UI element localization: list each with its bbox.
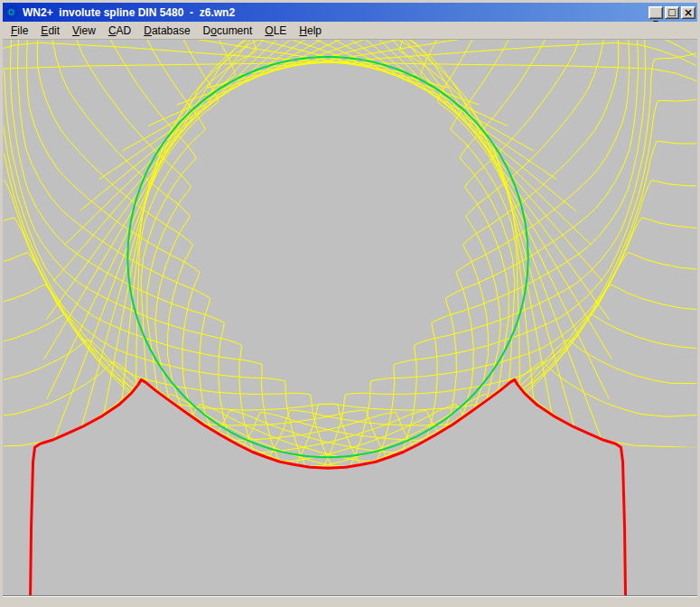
label-accel: O <box>265 24 273 37</box>
menu-item-document[interactable]: Document <box>197 23 259 38</box>
minimize-icon: _ <box>654 14 658 18</box>
label-pre: D <box>203 24 211 37</box>
label-accel: o <box>210 24 217 37</box>
menu-item-database[interactable]: Database <box>137 23 196 38</box>
label-post: iew <box>79 24 96 37</box>
label-accel: C <box>108 24 117 37</box>
label-post: AD <box>117 24 132 37</box>
window-title: WN2+ involute spline DIN 5480 - z6.wn2 <box>23 6 646 19</box>
menu-item-ole[interactable]: OLE <box>258 23 293 38</box>
starburst-icon-center <box>9 10 13 14</box>
tooth-profile <box>31 379 626 595</box>
maximize-icon: □ <box>667 8 676 17</box>
tool-generation-lines <box>3 40 697 595</box>
menu-item-cad[interactable]: CAD <box>102 23 137 38</box>
menu-item-file[interactable]: File <box>5 23 34 38</box>
status-bar <box>3 595 697 607</box>
minimize-button[interactable]: _ <box>649 6 663 19</box>
app-icon <box>5 5 18 19</box>
menu-item-help[interactable]: Help <box>293 23 328 38</box>
label-post: atabase <box>152 24 191 37</box>
label-post: cument <box>217 24 252 37</box>
menu-item-edit[interactable]: Edit <box>34 23 66 38</box>
close-icon: × <box>684 8 693 17</box>
label-accel: V <box>72 24 79 37</box>
window-controls: _ □ × <box>649 6 695 19</box>
label-post: dit <box>48 24 60 37</box>
label-accel: H <box>299 24 307 37</box>
cad-viewport[interactable] <box>3 40 697 595</box>
app-window: WN2+ involute spline DIN 5480 - z6.wn2 _… <box>0 0 700 607</box>
label-post: elp <box>307 24 322 37</box>
menu-bar: File Edit View CAD Database Document OLE… <box>3 22 697 40</box>
close-button[interactable]: × <box>681 6 695 19</box>
label-post: ile <box>17 24 28 37</box>
label-post: LE <box>274 24 287 37</box>
title-bar[interactable]: WN2+ involute spline DIN 5480 - z6.wn2 _… <box>3 3 697 22</box>
maximize-button[interactable]: □ <box>665 6 679 19</box>
menu-item-view[interactable]: View <box>66 23 102 38</box>
label-accel: D <box>144 24 152 37</box>
